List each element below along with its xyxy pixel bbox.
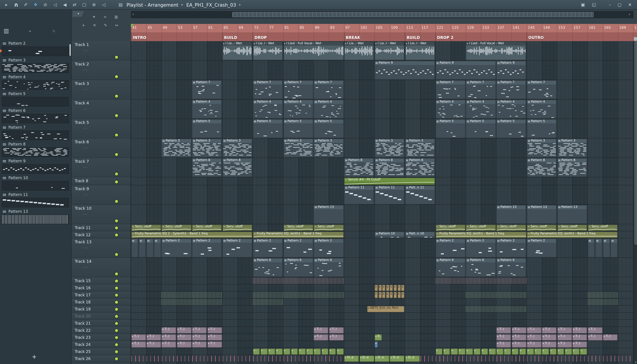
- clip-pattern-4[interactable]: ▤Pattern 4: [496, 100, 526, 118]
- clip-pattern-4[interactable]: ▤Pattern 4: [466, 100, 496, 118]
- clip-pattern-8[interactable]: ▤Pattern 8: [222, 158, 252, 177]
- clip-pattern-6[interactable]: ▤Pattern 6: [496, 258, 526, 277]
- clip-t[interactable]: ▸T..): [192, 334, 206, 340]
- track-led[interactable]: [115, 308, 118, 311]
- clip-pattern-2[interactable]: ▤Pattern 2: [192, 238, 222, 257]
- track-header-10[interactable]: Track 10...: [72, 205, 131, 224]
- minimize-button[interactable]: –: [609, 2, 611, 7]
- track-header-9[interactable]: Track 9...: [72, 185, 131, 205]
- bars-icon[interactable]: ▥: [110, 14, 122, 19]
- clip-seru-utoff[interactable]: ∿Seru..utoff: [131, 224, 161, 231]
- clip-tinyg[interactable]: ▸: [306, 348, 313, 354]
- arrangement-marker-build[interactable]: BUILD: [405, 32, 435, 41]
- clip-patt-n-11[interactable]: ▤Patt..n 11: [405, 186, 435, 204]
- playhead-marker[interactable]: [131, 24, 134, 28]
- clip-tinyg[interactable]: ▸: [322, 348, 328, 354]
- clip-pattern-6[interactable]: ▤Pattern 6: [466, 258, 496, 277]
- clip-pattern-3[interactable]: ▤Pattern 3: [527, 139, 557, 157]
- clip-pattern-4[interactable]: ▤Pattern 4: [192, 100, 222, 118]
- track-header-21[interactable]: Track 21: [72, 320, 131, 327]
- clip-pattern-2[interactable]: ▤Pattern 2: [253, 238, 283, 257]
- clip-t[interactable]: ▸T..): [496, 341, 511, 348]
- clip-pattern-7[interactable]: ▤Pattern 7: [283, 80, 313, 99]
- clip-pt[interactable]: ▤: [139, 238, 146, 257]
- clip-t[interactable]: ▸T..): [557, 327, 572, 333]
- clip-pattern-2[interactable]: ▤Pattern 2: [527, 238, 557, 257]
- track-led[interactable]: [115, 134, 118, 137]
- clip-tinyg[interactable]: ▸: [443, 348, 450, 354]
- clip-pt[interactable]: ▤: [588, 238, 595, 257]
- clip-pattern-8[interactable]: ▤Pattern 8: [527, 158, 557, 177]
- clip-tan[interactable]: ▸: [378, 292, 382, 298]
- clip-tan[interactable]: ▸: [394, 284, 397, 291]
- track-led[interactable]: [115, 234, 118, 236]
- track-led[interactable]: [115, 75, 118, 78]
- mute-tool-icon[interactable]: ◁: [52, 2, 58, 7]
- clip-tan[interactable]: ▸: [401, 284, 404, 291]
- clip-pattern-2[interactable]: ▤Pattern 2: [466, 238, 496, 257]
- clip-stripeG[interactable]: [466, 292, 526, 298]
- track-header-3[interactable]: Track 3...: [72, 80, 131, 100]
- clip-tinyg[interactable]: ▸: [557, 348, 564, 354]
- clip-stripeP[interactable]: [253, 278, 344, 284]
- clip-pattern-13[interactable]: ▤Pattern 13: [557, 205, 587, 224]
- clip-tinyg[interactable]: ▸: [253, 348, 260, 354]
- clip-seru-utoff[interactable]: ∿Seru..utoff: [466, 224, 496, 231]
- select-tool-icon[interactable]: ▢: [82, 2, 87, 7]
- clip-i-lie-wet[interactable]: ▸I Lie..- Wet: [222, 41, 252, 60]
- maximize-button[interactable]: ▢: [618, 2, 622, 7]
- track-led[interactable]: [115, 286, 118, 290]
- track-led[interactable]: [115, 153, 118, 156]
- track-led[interactable]: [115, 172, 118, 176]
- clip-tinyg[interactable]: ▸: [466, 348, 473, 354]
- volume-tool-icon[interactable]: ◁: [101, 2, 106, 7]
- clip-d-e[interactable]: ▸D..e: [405, 356, 420, 362]
- playlist-menu-tab[interactable]: ▾: [72, 11, 84, 17]
- track-header-20[interactable]: Track 20: [72, 313, 131, 320]
- clip-pattern-3[interactable]: ▤Pattern 3: [375, 139, 404, 157]
- track-header-12[interactable]: Track 12: [72, 231, 131, 238]
- clip-tinyg[interactable]: ▸: [580, 348, 587, 354]
- clip-tinyg[interactable]: ▸: [276, 348, 283, 354]
- clip-pattern-13[interactable]: ▤Pattern 13: [496, 205, 526, 224]
- clip-tinyg[interactable]: ▸: [504, 348, 511, 354]
- clip-fruity-parametric-eq-2-sylenth1-band-1-freq[interactable]: ∿Fruity Parametric EQ 2 - Sylenth1 - Ban…: [131, 232, 252, 238]
- arrangement-marker-build[interactable]: BUILD: [222, 32, 253, 41]
- track-led[interactable]: [115, 336, 118, 339]
- picker-bars-icon[interactable]: ▥: [4, 28, 9, 34]
- clip-tan[interactable]: ▸: [382, 284, 385, 291]
- track-led[interactable]: [115, 219, 118, 222]
- clip-tinyg[interactable]: ▸: [534, 348, 542, 354]
- clip-tinyg[interactable]: ▸: [291, 348, 298, 354]
- clip-t[interactable]: ▸T..): [512, 327, 526, 333]
- clip-pt[interactable]: ▤: [154, 238, 161, 257]
- clip-t[interactable]: ▸T..): [512, 334, 526, 340]
- pattern-item-pattern-8[interactable]: Pattern 8: [0, 142, 72, 158]
- clip-tan[interactable]: ▸: [386, 292, 389, 298]
- arrangement-marker-break[interactable]: BREAK: [344, 32, 405, 41]
- pattern-item-pattern-6[interactable]: Pattern 6: [0, 108, 72, 125]
- clip-fruity-parametric-eq-lenth1-band-1-freq[interactable]: ∿Fruity Parametric EQ..lenth1 - Band 1 f…: [253, 232, 344, 238]
- clip-pattern-10[interactable]: ▤Pattern 10: [375, 232, 404, 238]
- clip-tan[interactable]: ▸: [382, 292, 385, 298]
- clip-pattern-7[interactable]: ▤Pattern 7: [436, 80, 465, 99]
- clip-pattern-7[interactable]: ▤Pattern 7: [253, 80, 283, 99]
- clip-stripeG[interactable]: [162, 292, 222, 298]
- clip-t[interactable]: ▸T..): [177, 341, 191, 348]
- horizontal-scrollbar-thumb[interactable]: [232, 12, 594, 17]
- clip-pattern-7[interactable]: ▤Pattern 7: [496, 80, 526, 99]
- clip-tinyg[interactable]: ▸: [550, 348, 557, 354]
- clip-i-lie-wet[interactable]: ▸I Lie..- Wet: [344, 41, 374, 60]
- track-header-17[interactable]: Track 17: [72, 292, 131, 298]
- add-tool-icon[interactable]: +: [78, 23, 89, 28]
- clip-tinyg[interactable]: ▸: [458, 348, 465, 354]
- clip-t[interactable]: ▸T..): [603, 334, 618, 340]
- track-led[interactable]: [115, 301, 118, 304]
- clip-pattern-5[interactable]: ▤Pattern 5: [192, 119, 222, 138]
- track-header-1[interactable]: Track 1...: [72, 41, 131, 60]
- slide-tool-icon[interactable]: ✐: [23, 2, 29, 7]
- clip-pattern-3[interactable]: ▤Pattern 3: [162, 139, 192, 157]
- clip-i-lie-l-wet[interactable]: ▸I Lie..l - Wet: [405, 41, 435, 60]
- clip-pattern-4[interactable]: ▤Pattern 4: [436, 100, 465, 118]
- clip-tinyg[interactable]: ▸: [565, 348, 572, 354]
